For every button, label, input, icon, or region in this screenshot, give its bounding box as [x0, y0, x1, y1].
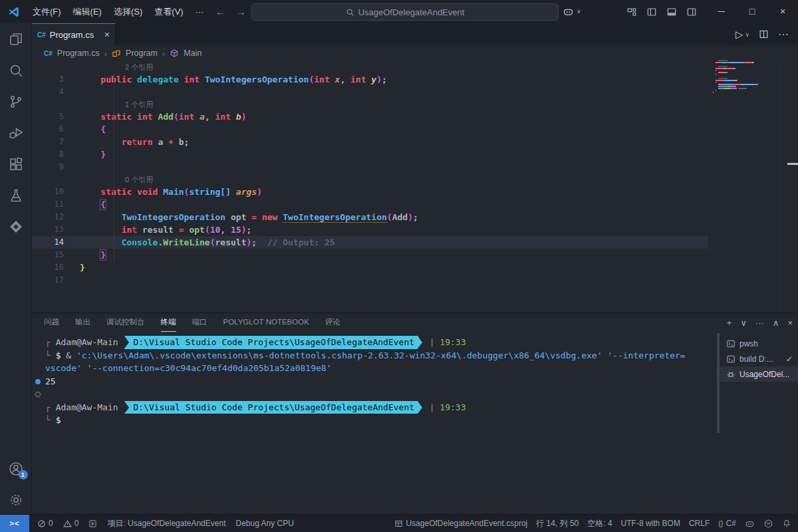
- code-line-17[interactable]: 17: [32, 274, 798, 287]
- editor-more-actions-icon[interactable]: ···: [778, 29, 789, 41]
- terminal-list: pwshbuild D:...✓UsageOfDel...: [720, 332, 798, 515]
- panel-tab-终端[interactable]: 终端: [161, 313, 176, 332]
- code-line-4[interactable]: 4: [32, 86, 798, 98]
- toggle-primary-sidebar-icon[interactable]: [646, 7, 657, 17]
- terminal[interactable]: ┌ Adam@Aw-Main D:\Visual Studio Code Pro…: [32, 332, 718, 515]
- diamond-extension-icon[interactable]: [8, 219, 24, 235]
- settings-gear-icon[interactable]: [8, 492, 24, 508]
- nav-back-icon[interactable]: ←: [210, 6, 231, 17]
- minimap[interactable]: [713, 60, 763, 96]
- toggle-secondary-sidebar-icon[interactable]: [686, 7, 697, 17]
- problems-warnings[interactable]: 0: [63, 519, 79, 528]
- new-terminal-button[interactable]: +: [727, 318, 732, 328]
- minimize-button[interactable]: ─: [706, 0, 737, 23]
- toggle-panel-icon[interactable]: [666, 7, 677, 17]
- panel-tab-调试控制台[interactable]: 调试控制台: [106, 313, 145, 332]
- titlebar: 文件(F)编辑(E)选择(S)查看(V)··· ← → UsageOfDeleg…: [0, 0, 798, 24]
- solution-project[interactable]: UsageOfDelegateAndEvent.csproj: [394, 519, 527, 528]
- testing-icon[interactable]: [8, 188, 24, 203]
- terminal-line-4: [41, 388, 718, 401]
- problems-errors[interactable]: 0: [37, 519, 53, 528]
- maximize-panel-button[interactable]: ∧: [773, 318, 779, 328]
- copilot-menu[interactable]: ∨: [563, 3, 581, 19]
- nav-forward-icon[interactable]: →: [231, 6, 251, 17]
- code-line-9[interactable]: 9: [32, 161, 798, 174]
- line-number: 4: [32, 86, 80, 98]
- code-line-12[interactable]: 12 TwoIntegersOperation opt = new TwoInt…: [32, 211, 798, 223]
- language-mode[interactable]: {}C#: [718, 519, 736, 528]
- menu-2[interactable]: 选择(S): [108, 7, 148, 17]
- run-debug-icon[interactable]: [8, 125, 24, 141]
- command-center-search[interactable]: UsageOfDelegateAndEvent: [251, 3, 559, 21]
- dotnet-status[interactable]: C#: [763, 519, 773, 529]
- code-line-10[interactable]: 10 static void Main(string[] args): [32, 186, 798, 198]
- panel-tab-问题[interactable]: 问题: [44, 313, 59, 332]
- terminal-profile-dropdown[interactable]: ∨: [740, 318, 747, 328]
- menu-3[interactable]: 查看(V): [148, 7, 189, 17]
- encoding[interactable]: UTF-8 with BOM: [621, 519, 680, 528]
- terminal-line-1: └ $ & 'c:\Users\Adam\.vscode\extensions\…: [41, 349, 718, 362]
- panel-tab-端口[interactable]: 端口: [192, 313, 207, 332]
- source-control-icon[interactable]: [8, 94, 24, 110]
- code-line-13[interactable]: 13 int result = opt(10, 15);: [32, 223, 798, 236]
- terminal-item-pwsh[interactable]: pwsh: [720, 336, 798, 351]
- chevron-down-icon: ∨: [577, 8, 581, 15]
- breadcrumb-method[interactable]: Main: [184, 49, 201, 58]
- panel-tab-评论[interactable]: 评论: [325, 313, 340, 332]
- accounts-icon[interactable]: 1: [8, 461, 24, 477]
- code-line-16[interactable]: 16}: [32, 261, 798, 274]
- explorer-icon[interactable]: [8, 31, 24, 47]
- code-line-14[interactable]: 14 Console.WriteLine(result); // Output:…: [32, 236, 798, 249]
- status-left: 00项目: UsageOfDelegateAndEventDebug Any C…: [37, 518, 294, 529]
- editor-actions: ▷ ∨ ···: [735, 23, 798, 45]
- menu-more[interactable]: ···: [190, 7, 210, 17]
- editor-scrollbar[interactable]: [779, 61, 780, 313]
- code-line-7[interactable]: 7 return a + b;: [32, 136, 798, 148]
- indentation[interactable]: 空格: 4: [587, 518, 612, 529]
- breadcrumb-class[interactable]: Program: [126, 49, 158, 58]
- panel-more-actions[interactable]: ···: [755, 318, 764, 328]
- tab-close-icon[interactable]: ×: [104, 29, 110, 40]
- copilot-status[interactable]: [745, 519, 755, 529]
- close-panel-button[interactable]: ×: [787, 318, 793, 328]
- command-decoration-success[interactable]: [35, 379, 41, 384]
- codelens[interactable]: 2 个引用: [32, 61, 798, 73]
- eol-selector[interactable]: CRLF: [689, 519, 710, 528]
- code-line-11[interactable]: 11 {: [32, 198, 798, 211]
- codelens[interactable]: 1 个引用: [32, 98, 798, 110]
- breadcrumb-file[interactable]: Program.cs: [57, 49, 100, 58]
- csharp-file-icon: C#: [37, 31, 46, 39]
- search-sidebar-icon[interactable]: [8, 63, 24, 78]
- code-line-5[interactable]: 5 static int Add(int a, int b): [32, 110, 798, 123]
- grid-icon: [394, 519, 403, 528]
- code-line-15[interactable]: 15 }: [32, 249, 798, 261]
- tab-program-cs[interactable]: C# Program.cs ×: [32, 23, 116, 45]
- code-line-8[interactable]: 8 }: [32, 148, 798, 161]
- cursor-position[interactable]: 行 14, 列 50: [536, 518, 579, 529]
- code-line-3[interactable]: 3 public delegate int TwoIntegersOperati…: [32, 73, 798, 86]
- terminal-item-build[interactable]: build D:...✓: [720, 351, 798, 366]
- run-project-button[interactable]: [88, 519, 97, 528]
- close-button[interactable]: ×: [767, 0, 798, 23]
- project-name[interactable]: 项目: UsageOfDelegateAndEvent: [107, 518, 225, 529]
- panel-tab-POLYGLOT NOTEBOOK[interactable]: POLYGLOT NOTEBOOK: [223, 313, 309, 332]
- split-editor-icon[interactable]: [759, 29, 769, 39]
- line-number: 5: [32, 110, 80, 123]
- remote-indicator[interactable]: ><: [0, 515, 29, 532]
- terminal-item-debug[interactable]: UsageOfDel...: [720, 366, 798, 382]
- extensions-icon[interactable]: [8, 156, 24, 172]
- panel-tab-输出[interactable]: 输出: [75, 313, 90, 332]
- terminal-icon: [726, 354, 735, 364]
- code-line-6[interactable]: 6 {: [32, 123, 798, 136]
- maximize-button[interactable]: □: [737, 0, 767, 23]
- prompt-user: Adam@Aw-Main: [56, 337, 124, 347]
- menu-1[interactable]: 编辑(E): [67, 7, 108, 17]
- build-configuration[interactable]: Debug Any CPU: [235, 519, 293, 528]
- command-decoration[interactable]: [35, 392, 41, 397]
- notifications-bell[interactable]: [782, 519, 791, 528]
- codelens[interactable]: 0 个引用: [32, 174, 798, 186]
- run-button[interactable]: ▷ ∨: [735, 29, 749, 41]
- menu-0[interactable]: 文件(F): [27, 7, 67, 17]
- customize-layout-icon[interactable]: [626, 7, 637, 17]
- code-editor[interactable]: 2 个引用3 public delegate int TwoIntegersOp…: [32, 61, 798, 313]
